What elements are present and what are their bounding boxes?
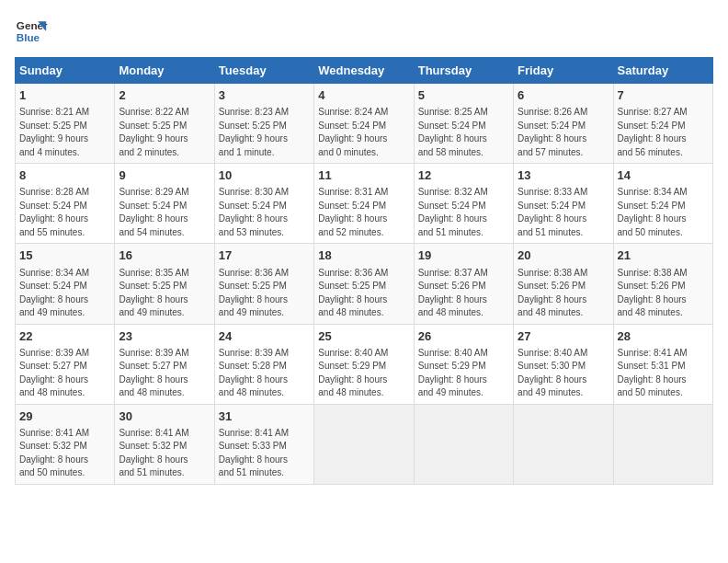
day-number: 4: [318, 87, 409, 104]
calendar-cell: 31Sunrise: 8:41 AM Sunset: 5:33 PM Dayli…: [214, 404, 313, 484]
calendar-cell: 23Sunrise: 8:39 AM Sunset: 5:27 PM Dayli…: [115, 324, 214, 404]
day-number: 23: [119, 328, 210, 345]
calendar-cell: [514, 404, 613, 484]
calendar-cell: 11Sunrise: 8:31 AM Sunset: 5:24 PM Dayli…: [314, 164, 414, 244]
day-info: Sunrise: 8:36 AM Sunset: 5:25 PM Dayligh…: [219, 267, 310, 320]
calendar-cell: 7Sunrise: 8:27 AM Sunset: 5:24 PM Daylig…: [613, 84, 712, 164]
day-number: 24: [219, 328, 310, 345]
column-header-saturday: Saturday: [613, 58, 712, 84]
day-info: Sunrise: 8:41 AM Sunset: 5:32 PM Dayligh…: [19, 427, 110, 480]
day-number: 2: [119, 87, 210, 104]
calendar-cell: 9Sunrise: 8:29 AM Sunset: 5:24 PM Daylig…: [115, 164, 214, 244]
day-info: Sunrise: 8:30 AM Sunset: 5:24 PM Dayligh…: [219, 186, 310, 239]
day-number: 31: [219, 408, 310, 425]
calendar-cell: 13Sunrise: 8:33 AM Sunset: 5:24 PM Dayli…: [514, 164, 613, 244]
day-info: Sunrise: 8:41 AM Sunset: 5:31 PM Dayligh…: [618, 347, 709, 400]
day-number: 22: [19, 328, 110, 345]
calendar-cell: 22Sunrise: 8:39 AM Sunset: 5:27 PM Dayli…: [16, 324, 115, 404]
day-number: 19: [418, 247, 509, 264]
day-info: Sunrise: 8:31 AM Sunset: 5:24 PM Dayligh…: [318, 186, 409, 239]
day-info: Sunrise: 8:34 AM Sunset: 5:24 PM Dayligh…: [618, 186, 709, 239]
calendar-cell: 6Sunrise: 8:26 AM Sunset: 5:24 PM Daylig…: [514, 84, 613, 164]
calendar-cell: 14Sunrise: 8:34 AM Sunset: 5:24 PM Dayli…: [613, 164, 712, 244]
day-info: Sunrise: 8:22 AM Sunset: 5:25 PM Dayligh…: [119, 106, 210, 159]
day-number: 3: [219, 87, 310, 104]
column-header-sunday: Sunday: [16, 58, 115, 84]
day-info: Sunrise: 8:36 AM Sunset: 5:25 PM Dayligh…: [318, 267, 409, 320]
calendar-cell: [314, 404, 414, 484]
day-number: 15: [19, 247, 110, 264]
calendar-cell: 24Sunrise: 8:39 AM Sunset: 5:28 PM Dayli…: [214, 324, 313, 404]
calendar-header-row: SundayMondayTuesdayWednesdayThursdayFrid…: [16, 58, 713, 84]
day-number: 18: [318, 247, 409, 264]
day-number: 16: [119, 247, 210, 264]
calendar-cell: 12Sunrise: 8:32 AM Sunset: 5:24 PM Dayli…: [414, 164, 513, 244]
day-number: 6: [518, 87, 609, 104]
day-info: Sunrise: 8:23 AM Sunset: 5:25 PM Dayligh…: [219, 106, 310, 159]
day-info: Sunrise: 8:41 AM Sunset: 5:32 PM Dayligh…: [119, 427, 210, 480]
day-info: Sunrise: 8:39 AM Sunset: 5:28 PM Dayligh…: [219, 347, 310, 400]
calendar-cell: 26Sunrise: 8:40 AM Sunset: 5:29 PM Dayli…: [414, 324, 513, 404]
logo: General Blue: [15, 15, 48, 48]
calendar-cell: 8Sunrise: 8:28 AM Sunset: 5:24 PM Daylig…: [16, 164, 115, 244]
column-header-thursday: Thursday: [414, 58, 513, 84]
day-number: 26: [418, 328, 509, 345]
calendar-week-row: 15Sunrise: 8:34 AM Sunset: 5:24 PM Dayli…: [16, 244, 713, 324]
calendar-cell: 29Sunrise: 8:41 AM Sunset: 5:32 PM Dayli…: [16, 404, 115, 484]
day-info: Sunrise: 8:28 AM Sunset: 5:24 PM Dayligh…: [19, 186, 110, 239]
day-number: 10: [219, 167, 310, 184]
calendar-cell: 3Sunrise: 8:23 AM Sunset: 5:25 PM Daylig…: [214, 84, 313, 164]
calendar-cell: 4Sunrise: 8:24 AM Sunset: 5:24 PM Daylig…: [314, 84, 414, 164]
day-number: 21: [618, 247, 709, 264]
day-info: Sunrise: 8:21 AM Sunset: 5:25 PM Dayligh…: [19, 106, 110, 159]
day-info: Sunrise: 8:37 AM Sunset: 5:26 PM Dayligh…: [418, 267, 509, 320]
calendar-cell: 16Sunrise: 8:35 AM Sunset: 5:25 PM Dayli…: [115, 244, 214, 324]
day-number: 5: [418, 87, 509, 104]
day-number: 7: [618, 87, 709, 104]
day-number: 28: [618, 328, 709, 345]
day-number: 30: [119, 408, 210, 425]
day-info: Sunrise: 8:40 AM Sunset: 5:29 PM Dayligh…: [418, 347, 509, 400]
day-info: Sunrise: 8:29 AM Sunset: 5:24 PM Dayligh…: [119, 186, 210, 239]
day-number: 12: [418, 167, 509, 184]
calendar-cell: 10Sunrise: 8:30 AM Sunset: 5:24 PM Dayli…: [214, 164, 313, 244]
day-info: Sunrise: 8:27 AM Sunset: 5:24 PM Dayligh…: [618, 106, 709, 159]
calendar-cell: 17Sunrise: 8:36 AM Sunset: 5:25 PM Dayli…: [214, 244, 313, 324]
calendar-cell: 27Sunrise: 8:40 AM Sunset: 5:30 PM Dayli…: [514, 324, 613, 404]
calendar-table: SundayMondayTuesdayWednesdayThursdayFrid…: [15, 57, 713, 485]
calendar-cell: 5Sunrise: 8:25 AM Sunset: 5:24 PM Daylig…: [414, 84, 513, 164]
page-header: General Blue: [15, 15, 713, 48]
day-info: Sunrise: 8:39 AM Sunset: 5:27 PM Dayligh…: [119, 347, 210, 400]
day-number: 13: [518, 167, 609, 184]
calendar-cell: 15Sunrise: 8:34 AM Sunset: 5:24 PM Dayli…: [16, 244, 115, 324]
column-header-wednesday: Wednesday: [314, 58, 414, 84]
calendar-week-row: 22Sunrise: 8:39 AM Sunset: 5:27 PM Dayli…: [16, 324, 713, 404]
day-number: 1: [19, 87, 110, 104]
day-info: Sunrise: 8:24 AM Sunset: 5:24 PM Dayligh…: [318, 106, 409, 159]
day-number: 14: [618, 167, 709, 184]
day-number: 8: [19, 167, 110, 184]
day-info: Sunrise: 8:35 AM Sunset: 5:25 PM Dayligh…: [119, 267, 210, 320]
day-number: 20: [518, 247, 609, 264]
day-info: Sunrise: 8:26 AM Sunset: 5:24 PM Dayligh…: [518, 106, 609, 159]
day-info: Sunrise: 8:40 AM Sunset: 5:30 PM Dayligh…: [518, 347, 609, 400]
day-number: 25: [318, 328, 409, 345]
day-number: 11: [318, 167, 409, 184]
calendar-cell: [613, 404, 712, 484]
day-info: Sunrise: 8:38 AM Sunset: 5:26 PM Dayligh…: [618, 267, 709, 320]
day-info: Sunrise: 8:32 AM Sunset: 5:24 PM Dayligh…: [418, 186, 509, 239]
column-header-monday: Monday: [115, 58, 214, 84]
day-info: Sunrise: 8:41 AM Sunset: 5:33 PM Dayligh…: [219, 427, 310, 480]
logo-icon: General Blue: [15, 15, 48, 48]
day-number: 27: [518, 328, 609, 345]
day-number: 29: [19, 408, 110, 425]
day-number: 17: [219, 247, 310, 264]
calendar-cell: 19Sunrise: 8:37 AM Sunset: 5:26 PM Dayli…: [414, 244, 513, 324]
calendar-cell: [414, 404, 513, 484]
day-info: Sunrise: 8:38 AM Sunset: 5:26 PM Dayligh…: [518, 267, 609, 320]
calendar-week-row: 29Sunrise: 8:41 AM Sunset: 5:32 PM Dayli…: [16, 404, 713, 484]
day-info: Sunrise: 8:39 AM Sunset: 5:27 PM Dayligh…: [19, 347, 110, 400]
calendar-cell: 1Sunrise: 8:21 AM Sunset: 5:25 PM Daylig…: [16, 84, 115, 164]
calendar-cell: 20Sunrise: 8:38 AM Sunset: 5:26 PM Dayli…: [514, 244, 613, 324]
column-header-friday: Friday: [514, 58, 613, 84]
